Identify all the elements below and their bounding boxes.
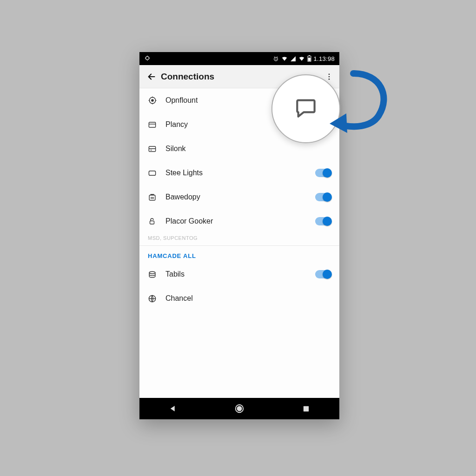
- navigation-bar: [139, 398, 339, 419]
- disk-icon: [148, 270, 165, 279]
- status-bar: 1.13:98: [139, 52, 339, 65]
- lock-icon: [148, 217, 165, 226]
- list-item-tabils[interactable]: Tabils: [139, 262, 339, 286]
- target-icon: [148, 96, 165, 105]
- svg-point-6: [329, 76, 330, 78]
- svg-rect-12: [149, 171, 155, 175]
- status-time: 1.13:98: [314, 55, 335, 62]
- toggle-stee-lights[interactable]: [315, 169, 331, 177]
- callout-bubble: [271, 74, 340, 143]
- list-item-stee-lights[interactable]: Stee Lights: [139, 161, 339, 185]
- svg-point-9: [152, 99, 153, 101]
- wifi-icon-2: [298, 55, 305, 62]
- list-item-label: Stee Lights: [165, 169, 315, 177]
- list-item-label: Placor Gooker: [165, 217, 315, 225]
- list-item-placor-gooker[interactable]: Placor Gooker: [139, 209, 339, 233]
- list-item-chancel[interactable]: Chancel: [139, 286, 339, 311]
- page-title: Connections: [161, 72, 214, 82]
- toggle-placor-gooker[interactable]: [315, 217, 331, 225]
- section-header: HAMCADE ALL: [139, 246, 339, 262]
- toggle-bawedopy[interactable]: [315, 193, 331, 201]
- list-item-bawedopy[interactable]: Bawedopy: [139, 185, 339, 209]
- svg-rect-10: [149, 122, 155, 127]
- svg-point-5: [329, 73, 330, 75]
- svg-point-0: [146, 56, 149, 60]
- globe-icon: [148, 294, 165, 303]
- container-icon: [148, 193, 165, 202]
- list-item-label: Tabils: [165, 270, 315, 278]
- battery-icon: [307, 55, 311, 62]
- svg-point-18: [237, 406, 241, 410]
- svg-point-15: [149, 271, 155, 274]
- list-item-label: Silonk: [165, 145, 331, 153]
- alarm-icon: [273, 56, 279, 62]
- card-icon: [148, 145, 165, 153]
- svg-rect-4: [308, 58, 311, 61]
- list-item-label: Chancel: [165, 294, 331, 303]
- chat-icon: [293, 95, 319, 123]
- svg-rect-19: [304, 406, 309, 411]
- signal-icon: [290, 56, 296, 62]
- toggle-tabils[interactable]: [315, 270, 331, 278]
- nav-recents-button[interactable]: [292, 405, 320, 413]
- rect-icon: [148, 169, 165, 178]
- sync-icon: [144, 55, 151, 63]
- svg-rect-11: [149, 146, 155, 151]
- svg-point-7: [329, 79, 330, 80]
- nav-home-button[interactable]: [225, 403, 253, 414]
- svg-rect-3: [309, 55, 310, 56]
- list-item-label: Bawedopy: [165, 193, 315, 201]
- svg-rect-14: [150, 221, 154, 224]
- section-caption: MSD, SUPCENTOG: [139, 233, 339, 245]
- nav-back-button[interactable]: [159, 404, 187, 413]
- panel-icon: [148, 120, 165, 129]
- wifi-icon: [281, 55, 288, 62]
- back-button[interactable]: [143, 68, 160, 85]
